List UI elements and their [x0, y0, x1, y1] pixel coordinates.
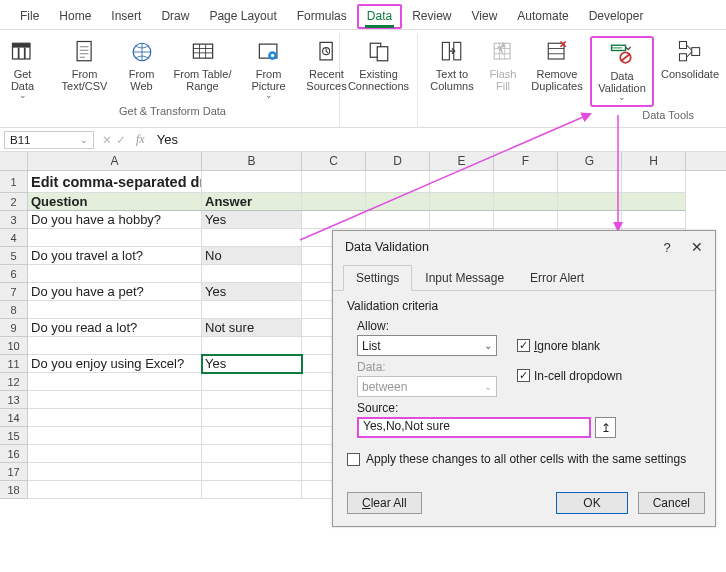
ok-button[interactable]: OK	[556, 492, 627, 514]
enter-icon[interactable]: ✓	[116, 133, 126, 147]
flash-fill-button[interactable]: Flash Fill	[482, 36, 524, 107]
cell-b2[interactable]: Answer	[202, 193, 302, 211]
allow-label: Allow:	[357, 315, 701, 335]
cell-a5[interactable]: Do you travel a lot?	[28, 247, 202, 265]
ribbon-body: Get Data ⌄ From Text/CSV From Web From T…	[0, 30, 726, 128]
dropdown-icon: ⌄	[19, 91, 27, 101]
validation-criteria-label: Validation criteria	[347, 299, 701, 315]
data-validation-dialog: Data Validation ? ✕ Settings Input Messa…	[332, 230, 716, 527]
row-1[interactable]: 1	[0, 171, 28, 193]
svg-rect-4	[77, 42, 91, 61]
get-data-button[interactable]: Get Data ⌄	[0, 36, 52, 103]
checkmark-icon: ✓	[517, 339, 530, 352]
from-table-button[interactable]: From Table/ Range	[170, 36, 236, 103]
formula-bar-icons: ✕ ✓	[98, 133, 130, 147]
data-select: between ⌄	[357, 376, 497, 397]
cell-a1[interactable]: Edit comma-separated drop down list	[28, 171, 202, 193]
svg-rect-13	[377, 47, 388, 61]
ignore-blank-checkbox[interactable]: ✓ Ignore blank	[517, 339, 600, 353]
cell-a9[interactable]: Do you read a lot?	[28, 319, 202, 337]
dialog-close-button[interactable]: ✕	[689, 239, 705, 255]
data-validation-button[interactable]: Data Validation ⌄	[590, 36, 654, 107]
col-c[interactable]: C	[302, 152, 366, 170]
existing-connections-button[interactable]: Existing Connections	[344, 36, 414, 94]
consolidate-button[interactable]: Consolidate	[658, 36, 722, 107]
cell-b3[interactable]: Yes	[202, 211, 302, 229]
tab-data[interactable]: Data	[357, 4, 402, 29]
cell-b5[interactable]: No	[202, 247, 302, 265]
remove-duplicates-button[interactable]: Remove Duplicates	[528, 36, 586, 107]
ribbon-tabs: File Home Insert Draw Page Layout Formul…	[0, 0, 726, 30]
chevron-down-icon: ⌄	[484, 381, 492, 392]
row-2[interactable]: 2	[0, 193, 28, 211]
get-data-label: Get Data	[11, 68, 34, 92]
tab-review[interactable]: Review	[402, 4, 461, 29]
tab-draw[interactable]: Draw	[151, 4, 199, 29]
cell-b11[interactable]: Yes ▼	[202, 355, 302, 373]
col-d[interactable]: D	[366, 152, 430, 170]
cell-a2[interactable]: Question	[28, 193, 202, 211]
dialog-tab-settings[interactable]: Settings	[343, 265, 412, 291]
svg-point-9	[270, 54, 274, 58]
from-web-button[interactable]: From Web	[118, 36, 166, 103]
col-a[interactable]: A	[28, 152, 202, 170]
from-table-label: From Table/ Range	[174, 68, 232, 92]
ribbon-group-label-1: Get & Transform Data	[119, 103, 226, 119]
svg-rect-14	[442, 42, 449, 60]
fx-icon[interactable]: fx	[130, 132, 151, 147]
dropdown-icon: ⌄	[618, 93, 626, 103]
svg-rect-22	[692, 48, 700, 56]
chevron-down-icon: ⌄	[484, 340, 492, 351]
name-box[interactable]: B11 ⌄	[4, 131, 94, 149]
tab-view[interactable]: View	[462, 4, 508, 29]
cancel-button[interactable]: Cancel	[638, 492, 705, 514]
select-all-corner[interactable]	[0, 152, 28, 170]
incell-dropdown-checkbox[interactable]: ✓ In-cell dropdown	[517, 369, 622, 383]
tab-insert[interactable]: Insert	[101, 4, 151, 29]
tab-home[interactable]: Home	[49, 4, 101, 29]
col-g[interactable]: G	[558, 152, 622, 170]
text-to-columns-button[interactable]: Text to Columns	[426, 36, 478, 107]
dialog-help-button[interactable]: ?	[659, 240, 675, 255]
svg-rect-20	[680, 42, 687, 49]
data-validation-label: Data Validation	[598, 70, 646, 94]
apply-changes-checkbox[interactable]: Apply these changes to all other cells w…	[347, 438, 701, 476]
col-h[interactable]: H	[622, 152, 686, 170]
cancel-icon[interactable]: ✕	[102, 133, 112, 147]
from-picture-label: From Picture	[251, 68, 285, 92]
cell-b1[interactable]	[202, 171, 302, 193]
col-e[interactable]: E	[430, 152, 494, 170]
svg-rect-2	[17, 48, 19, 59]
flash-fill-label: Flash Fill	[490, 68, 517, 92]
cell-b11-value: Yes	[205, 356, 226, 371]
cell-b7[interactable]: Yes	[202, 283, 302, 301]
tab-file[interactable]: File	[10, 4, 49, 29]
cell-a3[interactable]: Do you have a hobby?	[28, 211, 202, 229]
dialog-tab-error-alert[interactable]: Error Alert	[517, 265, 597, 290]
tab-automate[interactable]: Automate	[507, 4, 578, 29]
from-picture-button[interactable]: From Picture ⌄	[240, 36, 298, 103]
col-b[interactable]: B	[202, 152, 302, 170]
cell-a7[interactable]: Do you have a pet?	[28, 283, 202, 301]
range-selector-button[interactable]: ↥	[595, 417, 616, 438]
tab-developer[interactable]: Developer	[579, 4, 654, 29]
cell-b9[interactable]: Not sure	[202, 319, 302, 337]
from-textcsv-button[interactable]: From Text/CSV	[56, 36, 114, 103]
column-headers: A B C D E F G H	[0, 152, 726, 171]
formula-value[interactable]: Yes	[151, 132, 178, 147]
checkbox-icon	[347, 453, 360, 466]
dialog-title: Data Validation	[345, 240, 429, 254]
dialog-tab-input-message[interactable]: Input Message	[412, 265, 517, 290]
svg-rect-1	[12, 43, 30, 47]
cell-a11[interactable]: Do you enjoy using Excel?	[28, 355, 202, 373]
tab-formulas[interactable]: Formulas	[287, 4, 357, 29]
consolidate-label: Consolidate	[661, 68, 719, 80]
source-input[interactable]: Yes,No,Not sure	[357, 417, 591, 438]
col-f[interactable]: F	[494, 152, 558, 170]
cell-c1[interactable]	[302, 171, 366, 193]
clear-all-button[interactable]: Clear All	[347, 492, 422, 514]
tab-pagelayout[interactable]: Page Layout	[199, 4, 286, 29]
from-web-label: From Web	[129, 68, 155, 92]
allow-select[interactable]: List ⌄	[357, 335, 497, 356]
ribbon-group-label-2: Data Tools	[642, 107, 722, 123]
